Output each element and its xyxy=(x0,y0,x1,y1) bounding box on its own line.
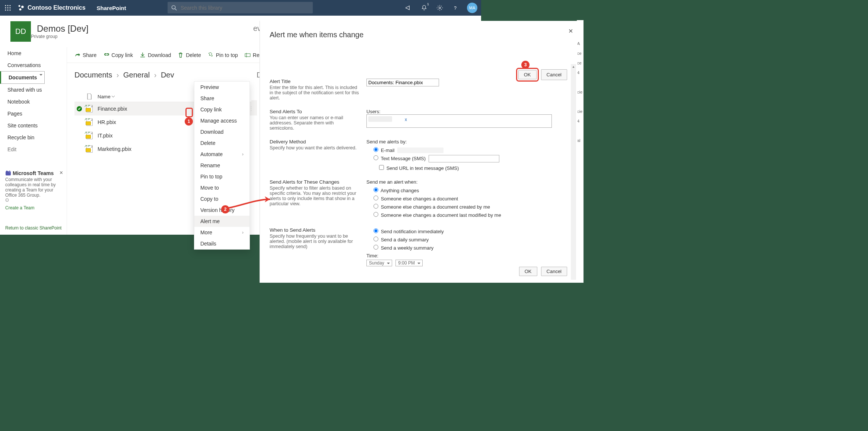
help-icon[interactable]: ? xyxy=(448,0,463,16)
user-avatar[interactable]: MA xyxy=(467,3,477,13)
checkbox-send-url[interactable]: Send URL in text message (SMS) xyxy=(378,165,459,171)
svg-point-4 xyxy=(7,7,9,9)
name-column[interactable]: Name xyxy=(98,94,115,99)
nav-item-conversations[interactable]: Conversations xyxy=(0,59,67,71)
svg-line-13 xyxy=(175,9,177,10)
nav-item-notebook[interactable]: Notebook xyxy=(0,96,67,108)
close-icon[interactable]: × xyxy=(60,169,63,176)
obscured-panel-strip: Acece4ciecie4al xyxy=(577,20,584,283)
radio-else-changes[interactable]: Someone else changes a document xyxy=(372,196,458,202)
cmd-delete[interactable]: Delete xyxy=(178,52,201,58)
create-team-link[interactable]: Create a Team xyxy=(5,205,63,210)
users-label: Users: xyxy=(366,109,572,114)
hour-select[interactable]: 9:00 PM xyxy=(395,260,423,266)
cmd-share[interactable]: Share xyxy=(74,52,96,58)
tenant-name[interactable]: Contoso Electronics xyxy=(28,4,86,11)
svg-point-14 xyxy=(439,7,441,9)
annotation-1: 1 xyxy=(185,117,193,126)
alert-when-label: Send me an alert when: xyxy=(366,179,572,185)
nav-item-pages[interactable]: Pages xyxy=(0,108,67,120)
ok-button-top[interactable]: OK xyxy=(518,70,537,79)
svg-point-11 xyxy=(19,8,22,10)
search-input[interactable] xyxy=(180,4,309,11)
svg-point-9 xyxy=(19,5,20,7)
chevron-down-icon xyxy=(111,95,115,98)
svg-point-12 xyxy=(172,5,175,9)
annotation-3: 3 xyxy=(521,61,530,69)
search-box[interactable] xyxy=(168,2,313,13)
radio-sms[interactable]: Text Message (SMS) xyxy=(372,156,426,161)
pbix-file-icon: ↗↗ xyxy=(84,105,95,112)
teams-promo: × Microsoft Teams Communicate with your … xyxy=(5,170,63,210)
bc-folder[interactable]: General xyxy=(123,71,150,79)
radio-weekly[interactable]: Send a weekly summary xyxy=(372,245,433,251)
classic-link[interactable]: Return to classic SharePoint xyxy=(5,225,61,231)
alert-title-label: Alert Title xyxy=(270,79,359,84)
nav-item-site-contents[interactable]: Site contents xyxy=(0,120,67,131)
radio-anything[interactable]: Anything changes xyxy=(372,188,419,193)
scrollbar[interactable]: ▲ xyxy=(571,64,576,280)
svg-point-7 xyxy=(7,10,9,11)
alert-title-input[interactable] xyxy=(366,79,439,86)
chevron-right-icon: › xyxy=(117,71,119,79)
left-nav: HomeConversationsDocumentsShared with us… xyxy=(0,47,67,235)
site-logo[interactable]: DD xyxy=(10,21,31,42)
cancel-button-bottom[interactable]: Cancel xyxy=(541,267,567,276)
menu-item-pin-to-top[interactable]: Pin to top xyxy=(194,171,249,182)
cmd-copy-link[interactable]: Copy link xyxy=(103,52,133,58)
settings-icon[interactable] xyxy=(432,0,448,16)
nav-edit[interactable]: Edit xyxy=(0,143,67,155)
alert-title-desc: Enter the title for this alert. This is … xyxy=(270,85,359,101)
suite-bar: Contoso Electronics SharePoint 1 ? MA xyxy=(0,0,481,16)
svg-point-1 xyxy=(7,5,9,6)
svg-point-3 xyxy=(5,7,6,9)
bc-root[interactable]: Documents xyxy=(74,71,112,79)
menu-item-share[interactable]: Share xyxy=(194,93,249,104)
svg-point-6 xyxy=(5,10,6,11)
radio-daily[interactable]: Send a daily summary xyxy=(372,237,429,243)
menu-item-automate[interactable]: Automate› xyxy=(194,149,249,160)
radio-immediate[interactable]: Send notification immediately xyxy=(372,229,444,234)
ok-button-bottom[interactable]: OK xyxy=(519,267,537,276)
nav-item-documents[interactable]: Documents xyxy=(0,71,45,84)
radio-email[interactable]: E-mail xyxy=(372,148,394,153)
send-by-label: Send me alerts by: xyxy=(366,139,572,145)
sms-input[interactable] xyxy=(429,155,499,162)
megaphone-icon[interactable] xyxy=(401,0,416,16)
menu-item-rename[interactable]: Rename xyxy=(194,160,249,171)
nav-item-home[interactable]: Home xyxy=(0,47,67,59)
menu-item-details[interactable]: Details xyxy=(194,238,249,249)
menu-item-more[interactable]: More› xyxy=(194,227,249,238)
menu-item-copy-link[interactable]: Copy link xyxy=(194,104,249,115)
site-subtitle: Private group xyxy=(31,34,89,39)
type-column-icon[interactable] xyxy=(84,94,95,99)
svg-point-10 xyxy=(21,6,24,8)
breadcrumb: Documents › General › Dev xyxy=(74,71,174,79)
menu-item-delete[interactable]: Delete xyxy=(194,137,249,149)
email-value-redacted xyxy=(397,148,443,153)
menu-item-manage-access[interactable]: Manage access xyxy=(194,115,249,126)
svg-point-0 xyxy=(5,5,6,6)
site-title[interactable]: Demos [Dev] xyxy=(37,23,89,34)
cmd-download[interactable]: Download xyxy=(140,52,171,58)
close-icon[interactable]: ✕ xyxy=(568,28,573,35)
menu-item-move-to[interactable]: Move to xyxy=(194,182,249,193)
svg-text:?: ? xyxy=(454,6,457,11)
day-select[interactable]: Sunday xyxy=(366,260,392,266)
cmd-pin[interactable]: Pin to top xyxy=(208,52,238,58)
nav-item-recycle-bin[interactable]: Recycle bin xyxy=(0,131,67,143)
app-name[interactable]: SharePoint xyxy=(97,5,126,11)
users-input[interactable]: x xyxy=(366,114,552,128)
menu-item-download[interactable]: Download xyxy=(194,126,249,137)
remove-user-icon[interactable]: x xyxy=(405,117,407,122)
radio-else-created[interactable]: Someone else changes a document created … xyxy=(372,204,490,210)
radio-else-modified[interactable]: Someone else changes a document last mod… xyxy=(372,212,501,218)
svg-point-2 xyxy=(10,5,11,6)
nav-item-shared-with-us[interactable]: Shared with us xyxy=(0,84,67,96)
notifications-icon[interactable]: 1 xyxy=(416,0,432,16)
menu-item-alert-me[interactable]: Alert me xyxy=(194,216,249,227)
app-launcher-icon[interactable] xyxy=(0,0,16,16)
bc-leaf[interactable]: Dev xyxy=(161,71,174,79)
delivery-label: Delivery Method xyxy=(270,139,359,145)
menu-item-preview[interactable]: Preview xyxy=(194,82,249,93)
